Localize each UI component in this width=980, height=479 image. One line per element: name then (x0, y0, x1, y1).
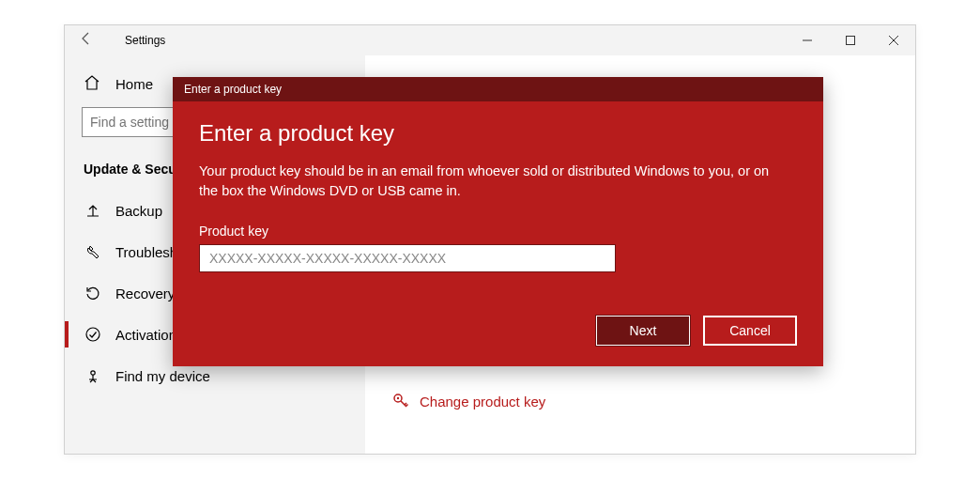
dialog-description: Your product key should be in an email f… (199, 162, 772, 201)
product-key-dialog: Enter a product key Enter a product key … (173, 77, 823, 366)
activation-icon (84, 326, 102, 343)
product-key-input[interactable] (199, 244, 616, 272)
cancel-button[interactable]: Cancel (703, 316, 797, 346)
home-icon (84, 74, 102, 94)
cancel-button-label: Cancel (729, 323, 771, 338)
key-icon (391, 392, 410, 410)
backup-icon (84, 202, 102, 219)
sidebar-item-label: Find my device (115, 368, 210, 384)
dialog-titlebar: Enter a product key (173, 77, 823, 101)
product-key-label: Product key (199, 224, 797, 239)
recovery-icon (84, 285, 102, 301)
dialog-heading: Enter a product key (199, 120, 797, 147)
sidebar-item-label: Activation (115, 327, 176, 343)
troubleshoot-icon (84, 243, 102, 260)
find-device-icon (84, 367, 102, 384)
dialog-body: Enter a product key Your product key sho… (173, 101, 823, 366)
window-titlebar: Settings (65, 25, 915, 55)
maximize-button[interactable] (829, 25, 872, 55)
svg-point-4 (86, 328, 100, 341)
window-controls (786, 25, 915, 55)
nav-home-label: Home (115, 76, 153, 92)
next-button[interactable]: Next (596, 316, 690, 346)
dialog-window-title: Enter a product key (184, 83, 282, 96)
close-button[interactable] (872, 25, 915, 55)
window-title: Settings (125, 34, 165, 47)
next-button-label: Next (630, 323, 657, 338)
change-product-key-link[interactable]: Change product key (391, 392, 545, 410)
dialog-actions: Next Cancel (199, 316, 797, 346)
minimize-button[interactable] (786, 25, 829, 55)
svg-point-5 (91, 371, 95, 375)
sidebar-item-label: Recovery (115, 286, 175, 301)
svg-rect-1 (847, 37, 855, 45)
sidebar-item-label: Backup (115, 203, 162, 219)
back-button[interactable] (65, 31, 108, 50)
change-key-label: Change product key (420, 394, 545, 409)
svg-point-7 (397, 397, 399, 399)
